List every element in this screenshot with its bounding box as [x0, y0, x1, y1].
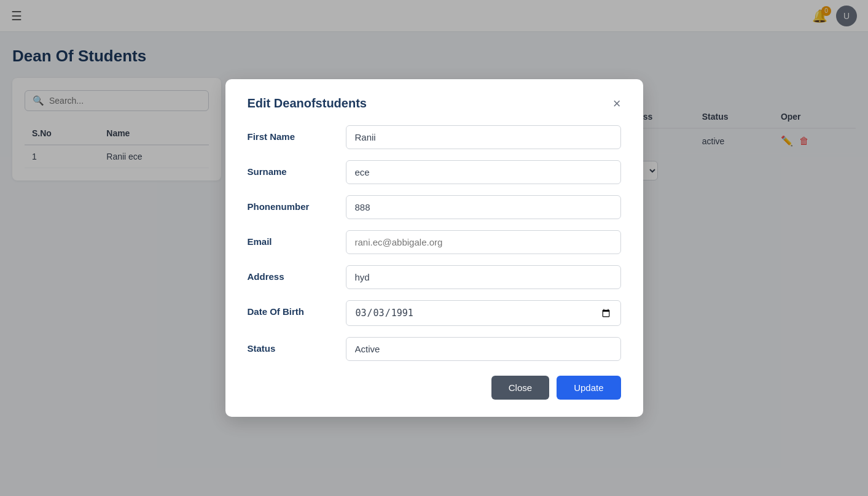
- form-group-firstname: First Name: [248, 125, 621, 149]
- firstname-label: First Name: [248, 125, 334, 142]
- form-group-surname: Surname: [248, 160, 621, 184]
- modal-overlay: Edit Deanofstudents × First Name Surname…: [0, 0, 868, 496]
- form-group-status: Status: [248, 337, 621, 361]
- phone-input[interactable]: [346, 195, 621, 219]
- close-button[interactable]: Close: [491, 376, 549, 400]
- status-label: Status: [248, 337, 334, 354]
- email-label: Email: [248, 230, 334, 247]
- modal-title: Edit Deanofstudents: [248, 96, 367, 110]
- modal-header: Edit Deanofstudents ×: [248, 96, 621, 110]
- dob-label: Date Of Birth: [248, 300, 334, 317]
- update-button[interactable]: Update: [557, 376, 620, 400]
- address-input[interactable]: [346, 265, 621, 289]
- address-label: Address: [248, 265, 334, 282]
- surname-label: Surname: [248, 160, 334, 177]
- dob-input[interactable]: [346, 300, 621, 326]
- email-input[interactable]: [346, 230, 621, 254]
- edit-modal: Edit Deanofstudents × First Name Surname…: [225, 79, 643, 417]
- modal-footer: Close Update: [248, 376, 621, 400]
- modal-close-button[interactable]: ×: [613, 97, 621, 110]
- surname-input[interactable]: [346, 160, 621, 184]
- form-group-email: Email: [248, 230, 621, 254]
- form-group-dob: Date Of Birth: [248, 300, 621, 326]
- firstname-input[interactable]: [346, 125, 621, 149]
- status-input[interactable]: [346, 337, 621, 361]
- form-group-phone: Phonenumber: [248, 195, 621, 219]
- form-group-address: Address: [248, 265, 621, 289]
- phone-label: Phonenumber: [248, 195, 334, 212]
